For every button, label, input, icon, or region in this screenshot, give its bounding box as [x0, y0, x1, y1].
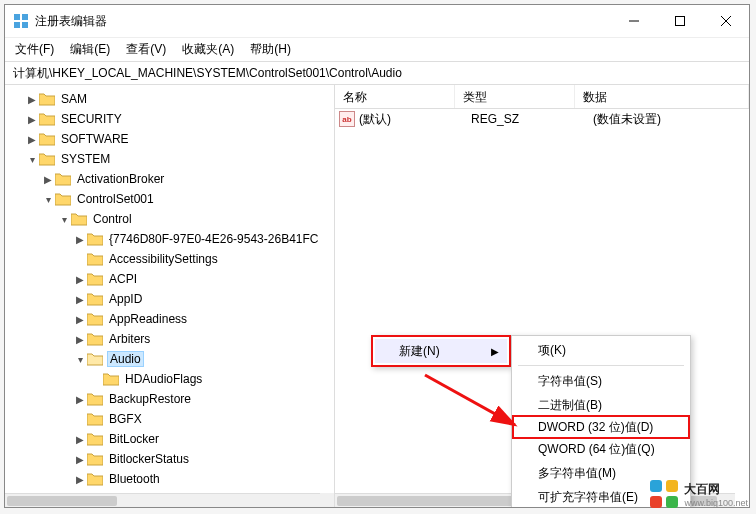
context-menu-new: 新建(N) ▶	[371, 335, 511, 367]
menu-file[interactable]: 文件(F)	[9, 39, 60, 60]
chevron-right-icon[interactable]: ▶	[73, 234, 87, 245]
window-title: 注册表编辑器	[35, 13, 611, 30]
value-row-default[interactable]: ab (默认) REG_SZ (数值未设置)	[335, 109, 749, 129]
tree-node-bluetooth[interactable]: ▶Bluetooth	[5, 469, 334, 489]
tree-node-activationbroker[interactable]: ▶ActivationBroker	[5, 169, 334, 189]
ctx-new-binary[interactable]: 二进制值(B)	[514, 393, 688, 417]
watermark-logo-icon	[650, 480, 678, 508]
watermark-url: www.big100.net	[684, 498, 748, 508]
chevron-right-icon[interactable]: ▶	[41, 174, 55, 185]
tree-panel[interactable]: ▶SAM ▶SECURITY ▶SOFTWARE ▾SYSTEM ▶Activa…	[5, 85, 335, 507]
watermark: 大百网 www.big100.net	[650, 480, 748, 508]
chevron-right-icon[interactable]: ▶	[73, 454, 87, 465]
minimize-button[interactable]	[611, 5, 657, 37]
folder-icon	[87, 232, 103, 246]
titlebar[interactable]: 注册表编辑器	[5, 5, 749, 37]
tree-node-backuprestore[interactable]: ▶BackupRestore	[5, 389, 334, 409]
menu-edit[interactable]: 编辑(E)	[64, 39, 116, 60]
scrollbar-corner	[320, 493, 334, 507]
ctx-new-qword[interactable]: QWORD (64 位)值(Q)	[514, 437, 688, 461]
tree-node-guid[interactable]: ▶{7746D80F-97E0-4E26-9543-26B41FC	[5, 229, 334, 249]
value-type: REG_SZ	[471, 112, 593, 126]
svg-rect-5	[676, 17, 685, 26]
menubar: 文件(F) 编辑(E) 查看(V) 收藏夹(A) 帮助(H)	[5, 37, 749, 61]
folder-icon	[87, 252, 103, 266]
ctx-new-string[interactable]: 字符串值(S)	[514, 369, 688, 393]
menu-view[interactable]: 查看(V)	[120, 39, 172, 60]
ctx-new-dword[interactable]: DWORD (32 位)值(D)	[512, 415, 690, 439]
chevron-down-icon[interactable]: ▾	[25, 154, 39, 165]
folder-icon	[39, 132, 55, 146]
folder-icon	[87, 472, 103, 486]
chevron-right-icon[interactable]: ▶	[73, 314, 87, 325]
svg-rect-1	[22, 14, 28, 20]
ctx-new[interactable]: 新建(N) ▶	[375, 339, 507, 363]
chevron-right-icon: ▶	[491, 346, 499, 357]
tree-node-hdaudioflags[interactable]: HDAudioFlags	[5, 369, 334, 389]
tree-node-acpi[interactable]: ▶ACPI	[5, 269, 334, 289]
column-header-name[interactable]: 名称	[335, 85, 455, 108]
tree-node-appid[interactable]: ▶AppID	[5, 289, 334, 309]
tree-node-software[interactable]: ▶SOFTWARE	[5, 129, 334, 149]
watermark-text: 大百网	[684, 481, 748, 498]
chevron-down-icon[interactable]: ▾	[73, 354, 87, 365]
chevron-right-icon[interactable]: ▶	[25, 134, 39, 145]
folder-icon	[87, 432, 103, 446]
tree-node-sam[interactable]: ▶SAM	[5, 89, 334, 109]
svg-rect-3	[22, 22, 28, 28]
tree-node-security[interactable]: ▶SECURITY	[5, 109, 334, 129]
folder-icon	[87, 392, 103, 406]
tree-node-controlset001[interactable]: ▾ControlSet001	[5, 189, 334, 209]
column-header-data[interactable]: 数据	[575, 85, 749, 108]
chevron-right-icon[interactable]: ▶	[73, 434, 87, 445]
tree-node-accessibility[interactable]: AccessibilitySettings	[5, 249, 334, 269]
chevron-right-icon[interactable]: ▶	[73, 394, 87, 405]
tree-node-bitlocker[interactable]: ▶BitLocker	[5, 429, 334, 449]
folder-icon	[71, 212, 87, 226]
folder-icon	[87, 452, 103, 466]
menu-help[interactable]: 帮助(H)	[244, 39, 297, 60]
chevron-down-icon[interactable]: ▾	[41, 194, 55, 205]
folder-icon	[39, 152, 55, 166]
string-value-icon: ab	[339, 111, 355, 127]
list-header: 名称 类型 数据	[335, 85, 749, 109]
folder-icon	[87, 312, 103, 326]
folder-icon	[87, 272, 103, 286]
ctx-new-key[interactable]: 项(K)	[514, 338, 688, 362]
value-name: (默认)	[359, 111, 471, 128]
chevron-right-icon[interactable]: ▶	[73, 274, 87, 285]
folder-icon	[39, 112, 55, 126]
content-area: ▶SAM ▶SECURITY ▶SOFTWARE ▾SYSTEM ▶Activa…	[5, 85, 749, 507]
value-data: (数值未设置)	[593, 111, 749, 128]
maximize-button[interactable]	[657, 5, 703, 37]
address-bar[interactable]: 计算机\HKEY_LOCAL_MACHINE\SYSTEM\ControlSet…	[5, 61, 749, 85]
chevron-right-icon[interactable]: ▶	[73, 334, 87, 345]
tree-node-audio[interactable]: ▾Audio	[5, 349, 334, 369]
chevron-down-icon[interactable]: ▾	[57, 214, 71, 225]
folder-open-icon	[87, 352, 103, 366]
folder-icon	[55, 172, 71, 186]
folder-icon	[103, 372, 119, 386]
folder-icon	[39, 92, 55, 106]
tree-scrollbar-horizontal[interactable]	[5, 493, 320, 507]
folder-icon	[87, 412, 103, 426]
folder-icon	[87, 332, 103, 346]
chevron-right-icon[interactable]: ▶	[73, 294, 87, 305]
column-header-type[interactable]: 类型	[455, 85, 575, 108]
tree-node-bgfx[interactable]: BGFX	[5, 409, 334, 429]
tree-node-system[interactable]: ▾SYSTEM	[5, 149, 334, 169]
registry-editor-window: 注册表编辑器 文件(F) 编辑(E) 查看(V) 收藏夹(A) 帮助(H) 计算…	[4, 4, 750, 508]
tree-node-bitlockerstatus[interactable]: ▶BitlockerStatus	[5, 449, 334, 469]
close-button[interactable]	[703, 5, 749, 37]
tree-node-appreadiness[interactable]: ▶AppReadiness	[5, 309, 334, 329]
svg-rect-2	[14, 22, 20, 28]
chevron-right-icon[interactable]: ▶	[25, 114, 39, 125]
app-icon	[13, 13, 29, 29]
address-text: 计算机\HKEY_LOCAL_MACHINE\SYSTEM\ControlSet…	[13, 65, 402, 82]
tree-node-arbiters[interactable]: ▶Arbiters	[5, 329, 334, 349]
tree-node-control[interactable]: ▾Control	[5, 209, 334, 229]
menu-favorites[interactable]: 收藏夹(A)	[176, 39, 240, 60]
chevron-right-icon[interactable]: ▶	[25, 94, 39, 105]
scrollbar-thumb[interactable]	[7, 496, 117, 506]
chevron-right-icon[interactable]: ▶	[73, 474, 87, 485]
